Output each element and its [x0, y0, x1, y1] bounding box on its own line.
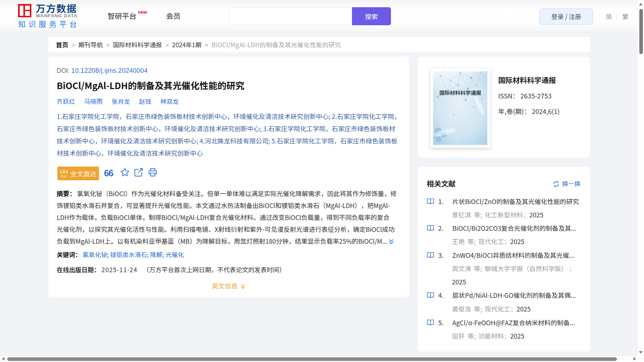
svg-text:国际材料科学通报: 国际材料科学通报 [439, 89, 481, 96]
svg-text:free: free [61, 175, 67, 178]
